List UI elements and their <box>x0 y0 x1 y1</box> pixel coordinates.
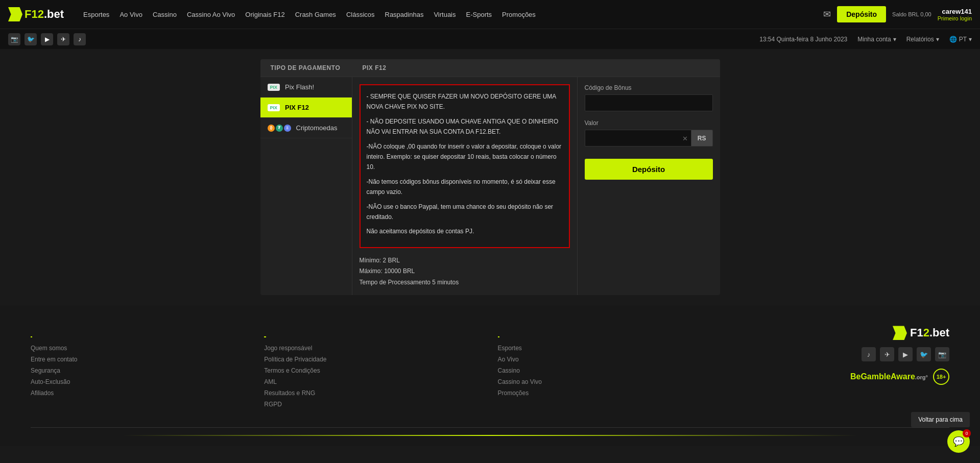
nav-raspadinhas[interactable]: Raspadinhas <box>381 9 428 20</box>
pix-flash-badge: PIX <box>268 84 280 91</box>
chat-icon: 💬 <box>953 436 964 446</box>
deposit-body: PIX Pix Flash! PIX PIX F12 ₿ ₮ Ξ <box>260 77 720 295</box>
footer-link-privacidade[interactable]: Política de Privacidade <box>264 356 482 363</box>
footer-link-cassino-ao-vivo[interactable]: Cassino ao Vivo <box>498 378 716 385</box>
footer-twitter-icon[interactable]: 🐦 <box>917 347 931 361</box>
warning-box: - SEMPRE QUE QUISER FAZER UM NOVO DEPÓSI… <box>360 84 570 248</box>
username: carew141 <box>942 8 972 15</box>
reports-link[interactable]: Relatórios ▾ <box>906 36 939 43</box>
footer-link-esportes[interactable]: Esportes <box>498 345 716 352</box>
logo-icon <box>8 7 22 21</box>
warning-line-3: -Não temos códigos bônus disponíveis no … <box>367 177 563 198</box>
bitcoin-icon: ₿ <box>268 125 275 132</box>
main-nav: Esportes Ao Vivo Cassino Cassino Ao Vivo… <box>79 9 813 20</box>
warning-line-2: -NÃO coloque ,00 quando for inserir o va… <box>367 141 563 173</box>
chat-bubble[interactable]: 💬 0 <box>947 430 970 446</box>
footer-brand-col: F12.bet ♪ ✈ ▶ 🐦 📷 BeGambleAware.org° 18+ <box>731 326 949 412</box>
payment-option-pix-flash[interactable]: PIX Pix Flash! <box>260 77 352 98</box>
telegram-icon[interactable]: ✈ <box>57 33 69 45</box>
nav-esportes[interactable]: Esportes <box>79 9 113 20</box>
bonus-form-group: Código de Bônus <box>585 84 713 111</box>
payment-option-pix-f12[interactable]: PIX PIX F12 <box>260 98 352 118</box>
footer-link-resultados[interactable]: Resultados e RNG <box>264 389 482 397</box>
footer-col-3: Esportes Ao Vivo Cassino Cassino ao Vivo… <box>498 326 716 412</box>
footer-youtube-icon[interactable]: ▶ <box>898 347 913 361</box>
footer-link-auto-exclusao[interactable]: Auto-Exclusão <box>31 378 249 385</box>
deposit-submit-button[interactable]: Depósito <box>585 159 713 180</box>
ethereum-icon: Ξ <box>284 125 291 132</box>
pix-flash-label: Pix Flash! <box>285 83 314 91</box>
chat-badge: 0 <box>963 429 971 437</box>
nav-classicos[interactable]: Clássicos <box>342 9 379 20</box>
value-input-wrap: ✕ <box>585 130 691 147</box>
deposit-header: TIPO DE PAGAMENTO PIX F12 <box>260 59 720 77</box>
footer-col3-heading <box>498 326 499 337</box>
footer-divider <box>123 435 857 436</box>
instagram-icon[interactable]: 📷 <box>8 33 20 45</box>
value-label: Valor <box>585 119 713 127</box>
footer-link-seguranca[interactable]: Segurança <box>31 367 249 374</box>
youtube-icon[interactable]: ▶ <box>41 33 53 45</box>
deposit-container: TIPO DE PAGAMENTO PIX F12 PIX Pix Flash!… <box>260 59 720 295</box>
footer-link-promocoes[interactable]: Promoções <box>498 389 716 397</box>
nav-originais-f12[interactable]: Originais F12 <box>241 9 289 20</box>
tether-icon: ₮ <box>276 125 283 132</box>
bonus-input[interactable] <box>585 94 713 111</box>
footer-logo-icon <box>893 326 907 340</box>
footer-link-ao-vivo[interactable]: Ao Vivo <box>498 356 716 363</box>
footer-link-jogo-responsavel[interactable]: Jogo responsável <box>264 345 482 352</box>
user-info[interactable]: carew141 Primeiro login <box>938 8 972 21</box>
pix-f12-badge: PIX <box>268 104 280 111</box>
footer-instagram-icon[interactable]: 📷 <box>935 347 949 361</box>
value-input[interactable] <box>585 130 691 147</box>
footer-link-quem-somos[interactable]: Quem somos <box>31 345 249 352</box>
footer-link-afiliados[interactable]: Afiliados <box>31 389 249 397</box>
nav-virtuais[interactable]: Virtuais <box>429 9 460 20</box>
footer-logo-text: F12.bet <box>910 326 949 339</box>
nav-crash-games[interactable]: Crash Games <box>291 9 340 20</box>
footer-bottom <box>31 427 949 436</box>
nav-ao-vivo[interactable]: Ao Vivo <box>115 9 147 20</box>
clear-value-icon[interactable]: ✕ <box>682 134 688 142</box>
back-to-top-button[interactable]: Voltar para cima <box>911 412 970 427</box>
top-right: ✉ Depósito Saldo BRL 0,00 carew141 Prime… <box>823 6 972 22</box>
crypto-badge: ₿ ₮ Ξ <box>268 125 291 132</box>
my-account-link[interactable]: Minha conta ▾ <box>857 36 896 43</box>
nav-esports[interactable]: E-Sports <box>462 9 496 20</box>
gamble-aware: BeGambleAware.org° 18+ <box>850 369 949 385</box>
criptomoedas-label: Criptomoedas <box>296 124 338 132</box>
first-login-label: Primeiro login <box>938 15 972 21</box>
footer-link-aml[interactable]: AML <box>264 378 482 385</box>
deposit-right-panel: Código de Bônus Valor ✕ RS Depósito <box>577 77 720 295</box>
footer-link-termos[interactable]: Termos e Condições <box>264 367 482 374</box>
footer-social: ♪ ✈ ▶ 🐦 📷 <box>862 347 949 361</box>
footer-col-2: Jogo responsável Política de Privacidade… <box>264 326 482 412</box>
footer: Quem somos Entre em contato Segurança Au… <box>0 305 980 446</box>
footer-link-cassino[interactable]: Cassino <box>498 367 716 374</box>
tiktok-icon[interactable]: ♪ <box>74 33 86 45</box>
footer-link-entre-em-contato[interactable]: Entre em contato <box>31 356 249 363</box>
footer-tiktok-icon[interactable]: ♪ <box>862 347 876 361</box>
nav-promocoes[interactable]: Promoções <box>498 9 540 20</box>
mail-icon[interactable]: ✉ <box>823 9 831 20</box>
warning-line-1: - NÃO DEPOSITE USANDO UMA CHAVE ANTIGA Q… <box>367 116 563 137</box>
payment-option-criptomoedas[interactable]: ₿ ₮ Ξ Criptomoedas <box>260 118 352 138</box>
warning-line-0: - SEMPRE QUE QUISER FAZER UM NOVO DEPÓSI… <box>367 91 563 112</box>
gamble-aware-text: BeGambleAware.org° <box>850 372 928 381</box>
social-icons: 📷 🐦 ▶ ✈ ♪ <box>8 33 86 45</box>
nav-cassino-ao-vivo[interactable]: Cassino Ao Vivo <box>183 9 239 20</box>
footer-telegram-icon[interactable]: ✈ <box>880 347 894 361</box>
footer-col-1: Quem somos Entre em contato Segurança Au… <box>31 326 249 412</box>
age-badge: 18+ <box>933 369 949 385</box>
footer-link-rgpd[interactable]: RGPD <box>264 401 482 408</box>
nav-cassino[interactable]: Cassino <box>149 9 181 20</box>
logo[interactable]: F12.bet <box>8 7 64 21</box>
deposit-button[interactable]: Depósito <box>837 6 886 22</box>
payment-limits: Mínimo: 2 BRL Máximo: 10000 BRL Tempo de… <box>360 255 570 288</box>
limit-processing: Tempo de Processamento 5 minutos <box>360 277 570 288</box>
top-nav: F12.bet Esportes Ao Vivo Cassino Cassino… <box>0 0 980 49</box>
footer-logo: F12.bet <box>893 326 949 340</box>
language-selector[interactable]: 🌐 PT ▾ <box>949 36 972 43</box>
twitter-icon[interactable]: 🐦 <box>25 33 37 45</box>
warning-line-5: Não aceitamos depósitos de contas PJ. <box>367 226 563 236</box>
